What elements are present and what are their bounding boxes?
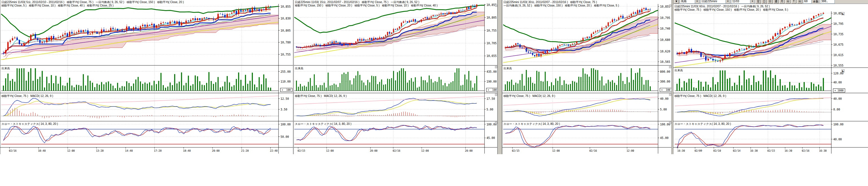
time-axis-label: 02/16 bbox=[393, 149, 400, 152]
pane-resize-handle[interactable] bbox=[495, 122, 497, 124]
price-axis-tick: 10,830 bbox=[280, 17, 291, 20]
time-axis-label: 02/10 bbox=[713, 149, 721, 152]
macd-axis-tick: 0.00 bbox=[833, 108, 840, 111]
toolbar-button-分[interactable]: 分 bbox=[797, 0, 802, 4]
stochastics-pane-label: スロー・ストキャスティクス( 14, 3, 80, 20 ) bbox=[295, 122, 351, 126]
time-axis-label: 02/14 bbox=[733, 149, 740, 152]
macd-pane-label: 移動平均( Close, 75 ) MACD( 12, 26, 9 ) bbox=[1, 95, 53, 98]
macd-axis-tick: 3.50 bbox=[280, 108, 287, 111]
price-axis-tick: 10,755 bbox=[487, 29, 497, 32]
toolbar-button-T[interactable]: T bbox=[791, 0, 796, 4]
toolbar-button-日[interactable]: 日 bbox=[768, 0, 773, 4]
volume-axis-tick: 190.00 bbox=[487, 80, 497, 83]
volume-axis-tick: 800.00 bbox=[660, 70, 670, 73]
volume-pane-label: 出来高 bbox=[295, 67, 303, 70]
price-axis-tick: 10,565 bbox=[660, 60, 670, 64]
time-axis-label: 02/16 bbox=[802, 149, 809, 152]
price-axis-tick: 10,855 bbox=[660, 5, 670, 8]
toolbar-label: 本数 bbox=[812, 0, 819, 4]
macd-pane-label: 移動平均( Close, 75 ) MACD( 12, 26, 9 ) bbox=[503, 95, 555, 98]
price-axis-tick: 10,615 bbox=[833, 53, 843, 57]
toolbar-button-分[interactable]: 分 bbox=[785, 0, 790, 4]
time-axis-label: 16:30 bbox=[677, 149, 685, 152]
chart-canvas-30分 bbox=[502, 0, 672, 154]
chart-panel-60min: ▼先物▼日経225mini▼11/03▼定◫日週月分T分60本数300, 日経2… bbox=[673, 0, 868, 154]
chart-title-line1: 日経225mini 11/03( 30分, 2011/02/07 - 2011/… bbox=[503, 1, 597, 4]
macd-pane-label: 移動平均( Close, 75 ) MACD( 12, 26, 9 ) bbox=[675, 95, 726, 98]
volume-pane-label: 出来高 bbox=[503, 67, 512, 70]
toolbar-button-◫[interactable]: ◫ bbox=[762, 0, 767, 4]
chart-title-line2: 移動平均( Close, 150 ) 移動平均( Close, 20 ) 移動平… bbox=[295, 4, 438, 7]
time-axis-label: 20:00 bbox=[370, 149, 378, 152]
pane-resize-handle[interactable] bbox=[669, 122, 671, 124]
volume-axis-tick: 435.00 bbox=[487, 70, 497, 73]
chart-title-line2: 移動平均( Close, 5 ) 移動平均( Close, 10 ) 移動平均(… bbox=[1, 4, 114, 7]
volume-multiplier-box: × 100 bbox=[660, 88, 672, 92]
pane-resize-handle[interactable] bbox=[495, 66, 497, 68]
chart-title-line1: 日経225mini 11/03( 60分, 2011/02/07 - 2011/… bbox=[675, 5, 770, 8]
pane-resize-handle[interactable] bbox=[669, 94, 671, 96]
macd-axis-tick: 5.00 bbox=[660, 108, 667, 111]
chart-title-line1: 日経225mini 11/03( 5分, 2011/02/10 - 2011/0… bbox=[1, 1, 184, 4]
time-axis-label: 14:40 bbox=[125, 149, 133, 152]
time-axis-label: 16:30 bbox=[750, 149, 758, 152]
toolbar-button-▼[interactable]: ▼ bbox=[674, 0, 679, 4]
price-axis-tick: 10,805 bbox=[280, 29, 291, 32]
dropdown-arrow-icon: ▼ bbox=[725, 0, 730, 3]
chart-toolbar: ▼先物▼日経225mini▼11/03▼定◫日週月分T分60本数300, bbox=[673, 0, 868, 4]
pane-resize-handle[interactable] bbox=[495, 4, 497, 7]
collapse-pane-button[interactable]: ◣ bbox=[841, 69, 844, 72]
toolbar-button-週[interactable]: 週 bbox=[773, 0, 779, 4]
price-axis-tick: 10,680 bbox=[660, 38, 670, 41]
toolbar-button-月[interactable]: 月 bbox=[779, 0, 784, 4]
stoch-axis-tick: 50.00 bbox=[280, 135, 289, 138]
volume-axis-tick: 40.00 bbox=[833, 81, 842, 84]
time-axis-label: 21:20 bbox=[241, 149, 249, 152]
price-axis-tick: 10,740 bbox=[660, 27, 670, 30]
time-axis-label: 16:30 bbox=[819, 149, 827, 152]
dropdown-arrow-icon: ▼ bbox=[695, 0, 699, 3]
toolbar-field[interactable]: 60 bbox=[803, 0, 812, 4]
chart-canvas-15分 bbox=[294, 0, 497, 154]
chart-title-line1: 日経225mini 11/03( 15分, 2011/02/07 - 2011/… bbox=[295, 1, 419, 4]
collapse-triangle-icon: ◣ bbox=[842, 12, 844, 15]
price-axis-tick: 10,780 bbox=[280, 41, 291, 44]
price-axis-tick: 10,795 bbox=[660, 16, 670, 20]
time-axis-label: 12:00 bbox=[552, 149, 560, 152]
toolbar-combo-value: 日経225mini bbox=[702, 0, 717, 3]
stoch-axis-tick: 100.00 bbox=[280, 123, 291, 126]
toolbar-field[interactable]: 300, bbox=[820, 0, 835, 4]
pane-resize-handle[interactable] bbox=[669, 66, 671, 68]
collapse-pane-button[interactable]: ◣ bbox=[841, 12, 844, 15]
volume-pane-label: 出来高 bbox=[675, 69, 683, 72]
pane-resize-handle[interactable] bbox=[669, 4, 671, 7]
volume-axis-tick: 110.00 bbox=[280, 80, 291, 83]
toolbar-dropdown-日経225mini[interactable]: 日経225mini▼ bbox=[701, 0, 730, 4]
stoch-axis-tick: 45.00 bbox=[487, 137, 495, 140]
macd-pane-label: 移動平均( Close, 75 ) MACD( 12, 26, 9 ) bbox=[295, 95, 346, 98]
stoch-axis-tick: 100.00 bbox=[660, 123, 670, 126]
chart-panel-30min: 日経225mini 11/03( 30分, 2011/02/07 - 2011/… bbox=[502, 0, 672, 154]
time-axis-label: 16:30 bbox=[784, 149, 792, 152]
pane-resize-handle[interactable] bbox=[495, 94, 497, 96]
charting-app-window: 日経225mini 11/03( 5分, 2011/02/10 - 2011/0… bbox=[0, 0, 868, 186]
time-axis-label: 12:00 bbox=[421, 149, 429, 152]
chart-panel-5min: 日経225mini 11/03( 5分, 2011/02/10 - 2011/0… bbox=[0, 0, 293, 154]
time-axis-label: 20:00 bbox=[465, 149, 473, 152]
chart-title-line2: 移動平均( Close, 75 ) 移動平均( Close, 150 ) 移動平… bbox=[675, 8, 788, 11]
toolbar-dropdown-先物[interactable]: 先物▼ bbox=[680, 0, 700, 4]
window-splitter[interactable] bbox=[497, 0, 502, 154]
stoch-axis-tick: 45.00 bbox=[660, 137, 669, 140]
time-axis-label: 10:40 bbox=[38, 149, 46, 152]
price-axis-tick: 10,735 bbox=[833, 33, 843, 36]
time-axis-label: 22:40 bbox=[270, 149, 277, 152]
price-axis-tick: 10,655 bbox=[487, 54, 497, 58]
chart-panel-15min: 日経225mini 11/03( 15分, 2011/02/07 - 2011/… bbox=[293, 0, 497, 154]
price-axis-tick: 10,675 bbox=[833, 43, 843, 46]
toolbar-button-定[interactable]: 定 bbox=[756, 0, 761, 4]
price-axis-tick: 10,795 bbox=[833, 22, 843, 25]
stoch-axis-tick: 100.00 bbox=[833, 123, 843, 126]
price-axis-tick: 10,855 bbox=[280, 5, 291, 8]
macd-axis-tick: 40.00 bbox=[833, 97, 842, 100]
toolbar-dropdown-11/03[interactable]: 11/03▼ bbox=[731, 0, 755, 4]
